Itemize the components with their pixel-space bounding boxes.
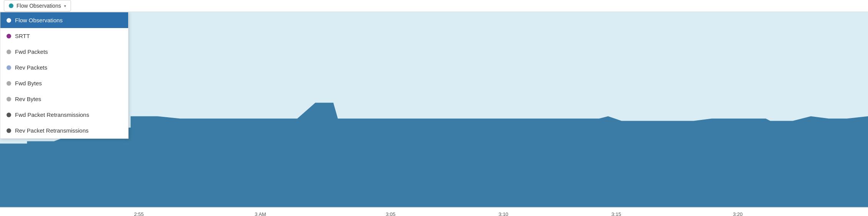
x-label-3am: 3 AM	[255, 211, 266, 216]
menu-dot-icon	[7, 18, 11, 23]
menu-item-label: SRTT	[15, 33, 30, 39]
menu-item-label: Rev Bytes	[15, 96, 41, 102]
menu-item-fwd-bytes[interactable]: Fwd Bytes	[0, 75, 128, 91]
menu-item-label: Fwd Packets	[15, 48, 48, 55]
menu-item-rev-bytes[interactable]: Rev Bytes	[0, 91, 128, 107]
x-label-255: 2:55	[134, 211, 144, 216]
chart-canvas[interactable]	[0, 12, 868, 207]
chevron-down-icon: ▾	[64, 4, 66, 8]
menu-dot-icon	[7, 128, 11, 133]
chart-x-axis: 2:55 3 AM 3:05 3:10 3:15 3:20	[0, 207, 868, 216]
x-label-315: 3:15	[611, 211, 621, 216]
menu-item-rev-retrans[interactable]: Rev Packet Retransmissions	[0, 123, 128, 138]
metric-dropdown-button[interactable]: Flow Observations ▾	[4, 0, 71, 12]
x-label-305: 3:05	[386, 211, 395, 216]
menu-item-flow-observations[interactable]: Flow Observations	[0, 12, 128, 28]
menu-item-label: Fwd Packet Retransmissions	[15, 111, 89, 118]
menu-dot-icon	[7, 50, 11, 54]
menu-item-fwd-retrans[interactable]: Fwd Packet Retransmissions	[0, 107, 128, 123]
menu-dot-icon	[7, 81, 11, 86]
top-bar: Flow Observations ▾	[0, 0, 868, 12]
menu-dot-icon	[7, 34, 11, 38]
app-container: Flow Observations ▾ Flow Observations SR…	[0, 0, 868, 216]
menu-dot-icon	[7, 97, 11, 101]
menu-item-fwd-packets[interactable]: Fwd Packets	[0, 44, 128, 60]
menu-item-label: Rev Packet Retransmissions	[15, 127, 89, 134]
x-label-310: 3:10	[498, 211, 508, 216]
menu-dot-icon	[7, 113, 11, 117]
menu-dot-icon	[7, 65, 11, 70]
menu-item-label: Fwd Bytes	[15, 80, 42, 86]
menu-item-srtt[interactable]: SRTT	[0, 28, 128, 44]
menu-item-label: Rev Packets	[15, 64, 47, 71]
menu-item-rev-packets[interactable]: Rev Packets	[0, 60, 128, 75]
x-label-320: 3:20	[733, 211, 743, 216]
menu-item-label: Flow Observations	[15, 17, 63, 23]
metric-dropdown-menu: Flow Observations SRTT Fwd Packets Rev P…	[0, 12, 129, 139]
dropdown-dot-icon	[9, 3, 13, 8]
main-content: Flow Observations SRTT Fwd Packets Rev P…	[0, 12, 868, 216]
chart-area: 2:55 3 AM 3:05 3:10 3:15 3:20	[0, 12, 868, 216]
dropdown-label: Flow Observations	[17, 3, 61, 9]
chart-svg	[0, 12, 868, 207]
